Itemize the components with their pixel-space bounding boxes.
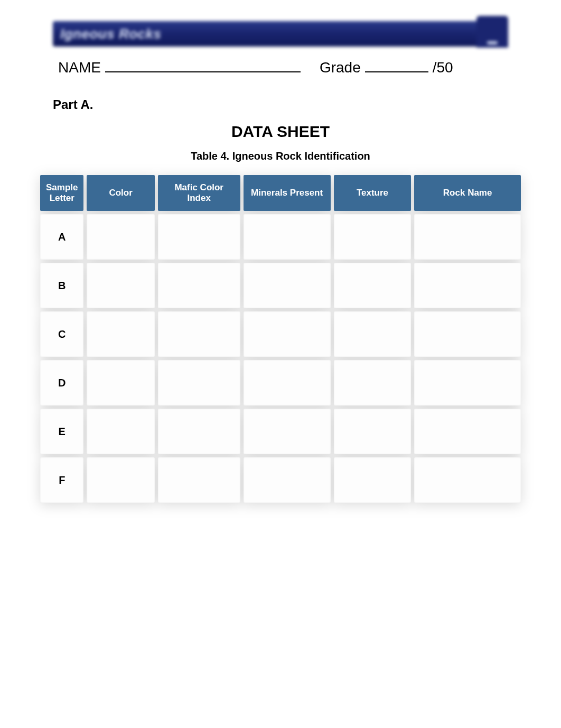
cell-color[interactable] <box>87 263 154 308</box>
table-row: A <box>40 214 521 260</box>
banner-bar: Igneous Rocks <box>53 21 508 47</box>
cell-mafic[interactable] <box>158 457 240 503</box>
banner-tab <box>476 16 508 48</box>
th-sample-letter: Sample Letter <box>40 175 83 211</box>
cell-rockname[interactable] <box>414 457 521 503</box>
cell-sample: B <box>40 263 83 308</box>
table-body: A B C <box>40 214 521 503</box>
cell-minerals[interactable] <box>244 360 331 406</box>
cell-mafic[interactable] <box>158 409 240 454</box>
cell-color[interactable] <box>87 457 154 503</box>
cell-rockname[interactable] <box>414 214 521 260</box>
cell-rockname[interactable] <box>414 409 521 454</box>
table-row: C <box>40 311 521 357</box>
cell-texture[interactable] <box>334 263 412 308</box>
cell-color[interactable] <box>87 409 154 454</box>
grade-label: Grade <box>320 59 361 76</box>
cell-minerals[interactable] <box>244 263 331 308</box>
th-minerals-present: Minerals Present <box>244 175 331 211</box>
cell-sample: A <box>40 214 83 260</box>
cell-rockname[interactable] <box>414 360 521 406</box>
cell-texture[interactable] <box>334 409 412 454</box>
cell-minerals[interactable] <box>244 457 331 503</box>
header-banner: Igneous Rocks <box>53 16 508 54</box>
th-mafic-color-index: Mafic Color Index <box>158 175 240 211</box>
cell-minerals[interactable] <box>244 409 331 454</box>
name-label: NAME <box>58 59 101 76</box>
th-texture: Texture <box>334 175 412 211</box>
table-caption: Table 4. Igneous Rock Identification <box>42 150 519 162</box>
cell-mafic[interactable] <box>158 214 240 260</box>
table-row: E <box>40 409 521 454</box>
part-a-heading: Part A. <box>53 97 519 112</box>
table-wrapper: Sample Letter Color Mafic Color Index Mi… <box>37 172 524 506</box>
cell-rockname[interactable] <box>414 311 521 357</box>
cell-mafic[interactable] <box>158 263 240 308</box>
data-sheet-title: DATA SHEET <box>42 123 519 141</box>
cell-texture[interactable] <box>334 311 412 357</box>
cell-texture[interactable] <box>334 214 412 260</box>
cell-color[interactable] <box>87 360 154 406</box>
cell-texture[interactable] <box>334 360 412 406</box>
grade-total: /50 <box>433 59 453 76</box>
document-page: Igneous Rocks NAME Grade /50 Part A. DAT… <box>0 0 561 538</box>
cell-color[interactable] <box>87 214 154 260</box>
th-color: Color <box>87 175 154 211</box>
name-blank-line[interactable] <box>105 71 301 72</box>
cell-mafic[interactable] <box>158 360 240 406</box>
banner-title: Igneous Rocks <box>60 26 161 42</box>
igneous-rock-table: Sample Letter Color Mafic Color Index Mi… <box>37 172 524 506</box>
cell-minerals[interactable] <box>244 311 331 357</box>
cell-texture[interactable] <box>334 457 412 503</box>
th-rock-name: Rock Name <box>414 175 521 211</box>
doc-icon <box>487 41 498 44</box>
cell-sample: D <box>40 360 83 406</box>
cell-sample: F <box>40 457 83 503</box>
cell-minerals[interactable] <box>244 214 331 260</box>
cell-mafic[interactable] <box>158 311 240 357</box>
grade-blank-line[interactable] <box>365 71 428 72</box>
cell-color[interactable] <box>87 311 154 357</box>
cell-rockname[interactable] <box>414 263 521 308</box>
table-row: B <box>40 263 521 308</box>
name-grade-row: NAME Grade /50 <box>58 59 508 76</box>
table-row: D <box>40 360 521 406</box>
table-header-row: Sample Letter Color Mafic Color Index Mi… <box>40 175 521 211</box>
cell-sample: E <box>40 409 83 454</box>
cell-sample: C <box>40 311 83 357</box>
table-row: F <box>40 457 521 503</box>
